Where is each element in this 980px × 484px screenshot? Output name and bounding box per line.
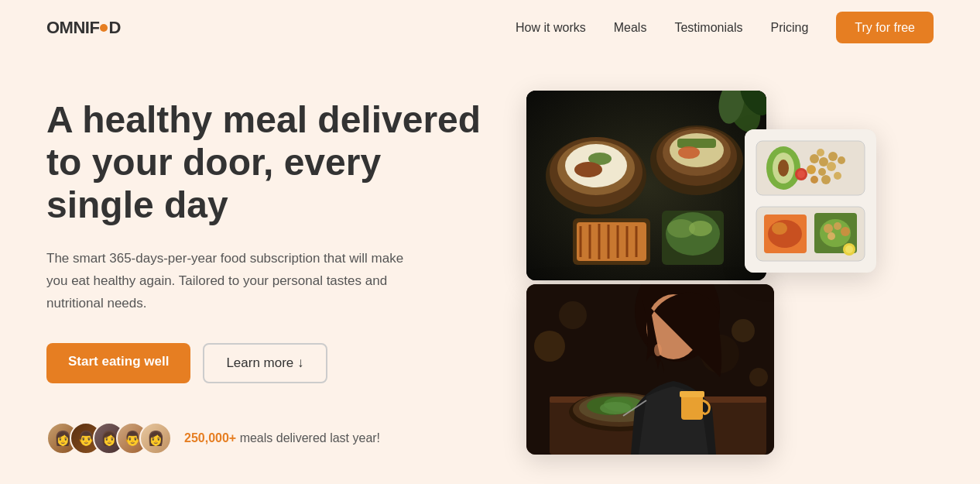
svg-point-7 bbox=[574, 162, 602, 177]
nav-item-testimonials[interactable]: Testimonials bbox=[674, 21, 742, 35]
avatar: 👩 bbox=[139, 422, 172, 455]
hero-text-block: A healthy meal delivered to your door, e… bbox=[46, 98, 495, 455]
svg-point-39 bbox=[807, 165, 816, 174]
svg-point-57 bbox=[828, 232, 835, 240]
svg-point-13 bbox=[678, 146, 700, 159]
nav-link-how-it-works[interactable]: How it works bbox=[516, 21, 586, 34]
avatar-face-5: 👩 bbox=[141, 424, 170, 453]
svg-point-40 bbox=[818, 168, 826, 176]
svg-point-55 bbox=[834, 222, 841, 230]
svg-point-59 bbox=[845, 245, 853, 253]
svg-point-54 bbox=[824, 224, 833, 233]
social-proof: 👩 👨 👩 👨 👩 250,000+ meals delivered last … bbox=[46, 422, 495, 455]
social-proof-suffix: meals delivered last year! bbox=[236, 431, 380, 445]
svg-point-43 bbox=[810, 176, 818, 184]
svg-point-64 bbox=[559, 301, 587, 329]
meals-count: 250,000+ bbox=[184, 431, 236, 445]
svg-point-73 bbox=[600, 402, 631, 414]
hero-section: A healthy meal delivered to your door, e… bbox=[0, 56, 980, 474]
food-image-woman-eating bbox=[526, 284, 774, 455]
nav-item-meals[interactable]: Meals bbox=[614, 21, 647, 35]
nav-item-how-it-works[interactable]: How it works bbox=[516, 21, 586, 35]
svg-point-63 bbox=[749, 368, 768, 386]
logo-dot bbox=[100, 24, 108, 32]
food-image-bowls-svg bbox=[526, 91, 766, 280]
logo-text-end: D bbox=[108, 18, 120, 37]
nav-item-pricing[interactable]: Pricing bbox=[770, 21, 808, 35]
svg-point-42 bbox=[838, 156, 845, 164]
svg-rect-79 bbox=[680, 391, 704, 397]
svg-point-51 bbox=[772, 222, 787, 235]
svg-point-36 bbox=[819, 157, 828, 166]
svg-point-41 bbox=[827, 162, 836, 171]
navbar: OMNIFD How it works Meals Testimonials P… bbox=[0, 0, 980, 56]
svg-point-45 bbox=[834, 172, 841, 180]
hero-description: The smart 365-days-per-year food subscri… bbox=[46, 248, 418, 315]
hero-buttons: Start eating well Learn more ↓ bbox=[46, 343, 495, 383]
hero-images bbox=[526, 91, 882, 462]
food-image-bowls bbox=[526, 91, 766, 280]
svg-point-29 bbox=[689, 221, 712, 236]
learn-more-button[interactable]: Learn more ↓ bbox=[203, 343, 327, 383]
svg-rect-12 bbox=[677, 139, 716, 148]
logo[interactable]: OMNIFD bbox=[46, 18, 121, 38]
food-image-meal-container-1 bbox=[745, 129, 876, 273]
nav-link-testimonials[interactable]: Testimonials bbox=[674, 21, 742, 34]
start-eating-well-button[interactable]: Start eating well bbox=[46, 343, 190, 383]
social-proof-text: 250,000+ meals delivered last year! bbox=[184, 431, 380, 445]
hero-title: A healthy meal delivered to your door, e… bbox=[46, 98, 495, 227]
food-woman-svg bbox=[526, 284, 774, 455]
svg-point-35 bbox=[810, 154, 819, 163]
svg-point-61 bbox=[534, 331, 565, 362]
avatar-group: 👩 👨 👩 👨 👩 bbox=[46, 422, 172, 455]
try-for-free-button[interactable]: Try for free bbox=[836, 12, 934, 43]
svg-point-47 bbox=[797, 170, 805, 178]
svg-point-37 bbox=[817, 149, 824, 156]
food-container-svg-1 bbox=[745, 129, 876, 273]
svg-point-34 bbox=[778, 160, 789, 177]
svg-point-44 bbox=[821, 175, 831, 184]
svg-point-38 bbox=[828, 152, 838, 161]
nav-cta-item[interactable]: Try for free bbox=[836, 21, 934, 35]
nav-links: How it works Meals Testimonials Pricing … bbox=[516, 21, 934, 35]
nav-link-pricing[interactable]: Pricing bbox=[770, 21, 808, 34]
svg-point-62 bbox=[732, 319, 755, 342]
svg-point-56 bbox=[841, 227, 850, 236]
nav-link-meals[interactable]: Meals bbox=[614, 21, 647, 34]
svg-point-77 bbox=[654, 344, 662, 356]
